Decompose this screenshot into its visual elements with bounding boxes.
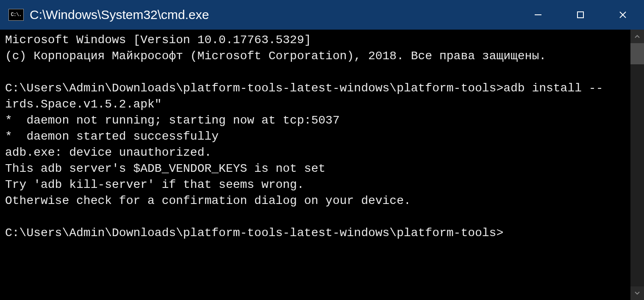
window-controls — [517, 0, 644, 30]
cmd-window: C:\. C:\Windows\System32\cmd.exe Mi — [0, 0, 644, 300]
maximize-icon — [577, 11, 584, 19]
window-title: C:\Windows\System32\cmd.exe — [30, 8, 209, 22]
scrollbar-track[interactable] — [630, 43, 644, 286]
svg-rect-1 — [577, 12, 583, 18]
chevron-down-icon — [634, 291, 640, 295]
scroll-down-button[interactable] — [630, 286, 644, 300]
vertical-scrollbar[interactable] — [630, 30, 644, 300]
close-icon — [619, 11, 627, 19]
minimize-button[interactable] — [517, 0, 559, 30]
close-button[interactable] — [602, 0, 644, 30]
cmd-icon: C:\. — [8, 9, 24, 21]
terminal-output[interactable]: Microsoft Windows [Version 10.0.17763.53… — [0, 30, 630, 300]
titlebar[interactable]: C:\. C:\Windows\System32\cmd.exe — [0, 0, 644, 30]
scrollbar-thumb[interactable] — [630, 43, 644, 64]
content-area: Microsoft Windows [Version 10.0.17763.53… — [0, 30, 644, 300]
minimize-icon — [534, 11, 542, 19]
maximize-button[interactable] — [559, 0, 602, 30]
scroll-up-button[interactable] — [630, 30, 644, 43]
chevron-up-icon — [634, 34, 640, 39]
